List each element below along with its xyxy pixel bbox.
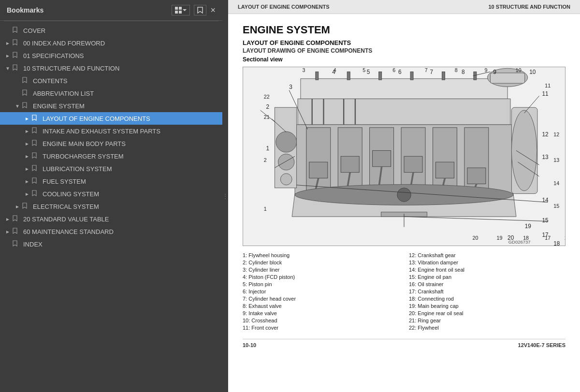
sidebar-item-cooling[interactable]: ►COOLING SYSTEM: [0, 188, 222, 200]
sidebar-item-turbocharger[interactable]: ►TURBOCHARGER SYSTEM: [0, 150, 222, 162]
svg-rect-33: [347, 72, 350, 80]
caption-13: 13: Vibration damper: [409, 259, 566, 266]
sidebar-item-10-structure[interactable]: ▼10 STRUCTURE AND FUNCTION: [0, 62, 222, 74]
svg-text:20: 20: [473, 235, 478, 241]
caption-3: 3: Cylinder liner: [243, 266, 399, 273]
sidebar-item-20-standard[interactable]: ►20 STANDARD VALUE TABLE: [0, 213, 222, 225]
sidebar-label-engine-system: ENGINE SYSTEM: [33, 102, 218, 110]
expand-icon-fuel: ►: [23, 179, 31, 184]
svg-text:10: 10: [516, 67, 522, 73]
svg-point-27: [397, 188, 411, 202]
svg-text:15: 15: [553, 203, 559, 209]
svg-text:5: 5: [362, 67, 365, 73]
svg-rect-15: [341, 156, 359, 172]
svg-rect-0: [175, 7, 178, 10]
grid-view-button[interactable]: [172, 5, 190, 15]
sidebar-title: Bookmarks: [7, 6, 44, 14]
sidebar-label-index: INDEX: [23, 241, 218, 248]
svg-point-40: [511, 110, 536, 190]
svg-text:19: 19: [496, 235, 502, 241]
svg-text:4: 4: [334, 67, 336, 73]
svg-text:1: 1: [264, 206, 267, 212]
caption-20: 20: Engine rear oil seal: [409, 310, 566, 317]
close-sidebar-button[interactable]: ×: [210, 6, 216, 15]
layout-title: LAYOUT OF ENGINE COMPONENTS: [243, 39, 566, 46]
doc-footer: 10-10 12V140E-7 SERIES: [243, 339, 566, 351]
svg-text:13: 13: [553, 157, 559, 163]
caption-14: 14: Engine front oil seal: [409, 266, 566, 273]
bookmark-icon-cooling: [32, 190, 40, 198]
sidebar-item-intake-exhaust[interactable]: ►INTAKE AND EXHAUST SYSTEM PARTS: [0, 125, 222, 137]
sidebar-item-fuel[interactable]: ►FUEL SYSTEM: [0, 175, 222, 188]
svg-text:7: 7: [430, 69, 434, 75]
footer-series: 12V140E-7 SERIES: [518, 342, 566, 348]
sidebar-label-cooling: COOLING SYSTEM: [43, 190, 218, 198]
bookmark-view-button[interactable]: [194, 5, 206, 15]
sidebar-item-cover[interactable]: COVER: [0, 24, 222, 37]
expand-icon-contents: [14, 78, 21, 84]
bookmark-icon-00-index: [13, 39, 20, 47]
svg-text:8: 8: [462, 69, 465, 75]
svg-text:19: 19: [525, 223, 532, 230]
caption-list: 1: Flywheel housing12: Crankshaft gear2:…: [243, 252, 566, 331]
expand-icon-cover: [4, 28, 12, 33]
sidebar-item-engine-main[interactable]: ►ENGINE MAIN BODY PARTS: [0, 137, 222, 150]
svg-rect-3: [179, 11, 182, 14]
sidebar-label-01-specs: 01 SPECIFICATIONS: [23, 52, 218, 59]
sidebar-item-abbrev[interactable]: ABBREVIATION LIST: [0, 87, 222, 100]
sidebar-item-electrical[interactable]: ►ELECTRICAL SYSTEM: [0, 200, 222, 213]
view-label: Sectional view: [243, 56, 566, 63]
sidebar-label-00-index: 00 INDEX AND FOREWORD: [23, 40, 218, 47]
sidebar-resizer[interactable]: ⋮: [222, 0, 228, 392]
svg-rect-2: [175, 11, 178, 14]
bookmark-icon-index: [13, 240, 20, 248]
expand-icon-abbrev: [14, 91, 21, 96]
expand-icon-index: [4, 242, 12, 247]
sidebar-header-left: Bookmarks: [7, 6, 44, 14]
svg-text:15: 15: [542, 217, 549, 224]
sidebar-label-contents: CONTENTS: [33, 77, 218, 85]
sidebar-item-engine-system[interactable]: ▼ENGINE SYSTEM: [0, 100, 222, 112]
sidebar: Bookmarks × COVER►00 INDEX AND FOREWORD►…: [0, 0, 222, 392]
sidebar-item-contents[interactable]: CONTENTS: [0, 74, 222, 87]
doc-header-left: LAYOUT OF ENGINE COMPONENTS: [238, 4, 330, 10]
svg-rect-32: [316, 72, 319, 80]
bookmark-icon-electrical: [22, 203, 30, 210]
bookmark-icon-engine-main: [32, 140, 40, 147]
expand-icon-60-maintenance: ►: [4, 229, 12, 234]
svg-text:3: 3: [289, 84, 292, 90]
svg-rect-5: [301, 79, 508, 99]
sidebar-item-60-maintenance[interactable]: ►60 MAINTENANCE STANDARD: [0, 225, 222, 238]
svg-text:7: 7: [425, 67, 428, 73]
bookmark-icon-20-standard: [13, 215, 20, 223]
sidebar-label-turbocharger: TURBOCHARGER SYSTEM: [43, 153, 218, 160]
bookmark-icon-60-maintenance: [13, 228, 20, 235]
svg-text:11: 11: [542, 90, 549, 97]
sidebar-label-10-structure: 10 STRUCTURE AND FUNCTION: [23, 65, 218, 72]
caption-11: 11: Front cover: [243, 324, 399, 331]
sidebar-item-index[interactable]: INDEX: [0, 238, 222, 250]
footer-page: 10-10: [243, 342, 256, 348]
sidebar-item-01-specs[interactable]: ►01 SPECIFICATIONS: [0, 49, 222, 62]
svg-rect-18: [435, 162, 454, 178]
sidebar-label-engine-main: ENGINE MAIN BODY PARTS: [43, 140, 218, 147]
svg-text:12: 12: [553, 131, 559, 137]
sidebar-item-00-index[interactable]: ►00 INDEX AND FOREWORD: [0, 37, 222, 49]
bookmark-icon-engine-system: [22, 102, 30, 110]
caption-6: 6: Injector: [243, 288, 399, 295]
sidebar-item-lubrication[interactable]: ►LUBRICATION SYSTEM: [0, 162, 222, 175]
bookmark-icon-cover: [13, 27, 20, 34]
sidebar-label-electrical: ELECTRICAL SYSTEM: [33, 203, 218, 210]
bookmark-icon-contents: [22, 77, 30, 85]
sidebar-label-20-standard: 20 STANDARD VALUE TABLE: [23, 216, 218, 223]
expand-icon-20-standard: ►: [4, 217, 12, 222]
svg-rect-19: [467, 168, 486, 184]
sidebar-label-60-maintenance: 60 MAINTENANCE STANDARD: [23, 228, 218, 235]
expand-icon-cooling: ►: [23, 191, 31, 197]
svg-text:6: 6: [392, 67, 395, 73]
svg-text:GD026737: GD026737: [508, 239, 531, 245]
sidebar-item-layout-engine[interactable]: ►LAYOUT OF ENGINE COMPONENTS: [0, 112, 222, 125]
caption-7: 7: Cylinder head cover: [243, 295, 399, 302]
svg-rect-34: [379, 72, 382, 80]
expand-icon-engine-system: ▼: [14, 103, 21, 109]
